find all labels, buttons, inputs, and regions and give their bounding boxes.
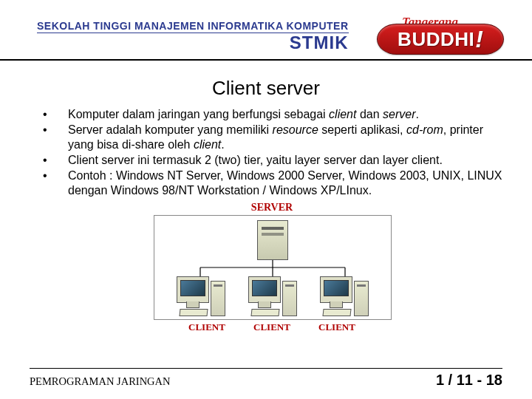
slide-title: Client server [0, 77, 532, 100]
logo-exclamation: ! [475, 26, 483, 53]
client-computer-icon [177, 276, 225, 316]
network-diagram: SERVER CLIENT CLIENT CLIENT [154, 201, 390, 333]
client-label: CLIENT [239, 321, 304, 333]
footer-course-name: PEMROGRAMAN JARINGAN [30, 375, 171, 388]
bullet-marker: • [41, 123, 68, 152]
client-computer-icon [248, 276, 297, 316]
institution-acronym: STMIK [290, 34, 349, 52]
slide-content: • Komputer dalam jaringan yang berfungsi… [0, 107, 532, 333]
server-label: SERVER [154, 201, 390, 214]
institution-name: SEKOLAH TINGGI MANAJEMEN INFORMATIKA KOM… [37, 20, 349, 33]
bullet-item: • Server adalah komputer yang memiliki r… [41, 123, 502, 152]
bullet-marker: • [41, 153, 68, 168]
institution-block: SEKOLAH TINGGI MANAJEMEN INFORMATIKA KOM… [37, 20, 349, 53]
slide-footer: PEMROGRAMAN JARINGAN 1 / 11 - 18 [30, 368, 502, 389]
server-tower-icon [257, 220, 288, 260]
bullet-text: Komputer dalam jaringan yang berfungsi s… [68, 107, 502, 122]
bullet-marker: • [41, 107, 68, 122]
bullet-text: Contoh : Windows NT Server, Windows 2000… [68, 168, 502, 198]
client-label: CLIENT [304, 321, 369, 333]
buddhi-logo: Tangerang BUDDHI! [377, 15, 502, 56]
bullet-list: • Komputer dalam jaringan yang berfungsi… [41, 107, 502, 198]
bullet-text: Client server ini termasuk 2 (two) tier,… [68, 153, 502, 168]
bullet-item: • Client server ini termasuk 2 (two) tie… [41, 153, 502, 168]
client-label: CLIENT [174, 321, 239, 333]
logo-text: BUDDHI [398, 28, 474, 51]
client-labels-row: CLIENT CLIENT CLIENT [154, 321, 390, 333]
bullet-marker: • [41, 168, 68, 198]
bullet-text: Server adalah komputer yang memiliki res… [68, 123, 502, 152]
bullet-item: • Komputer dalam jaringan yang berfungsi… [41, 107, 502, 122]
client-computer-icon [320, 276, 369, 316]
diagram-box [154, 215, 392, 320]
slide-header: SEKOLAH TINGGI MANAJEMEN INFORMATIKA KOM… [0, 0, 532, 61]
logo-pill: BUDDHI! [377, 24, 504, 55]
footer-page-number: 1 / 11 - 18 [436, 372, 502, 389]
bullet-item: • Contoh : Windows NT Server, Windows 20… [41, 168, 502, 198]
